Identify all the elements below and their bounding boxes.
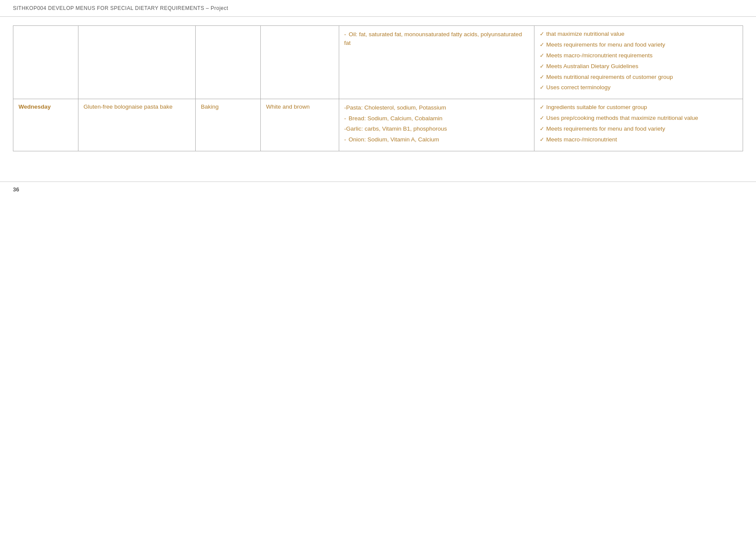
table-row: Wednesday Gluten-free bolognaise pasta b… xyxy=(13,99,743,151)
list-item: ✓ Uses correct terminology xyxy=(540,84,737,92)
check-icon: ✓ xyxy=(540,125,544,132)
nutrient-label: Oil: xyxy=(349,31,357,38)
nutrient-detail: Sodium, Vitamin A, Calcium xyxy=(367,136,439,143)
method-cell: Baking xyxy=(196,99,261,151)
header-title: SITHKOP004 DEVELOP MENUS FOR SPECIAL DIE… xyxy=(13,5,228,11)
criteria-text: Meets requirements for menu and food var… xyxy=(546,41,665,49)
criteria-text: that maximize nutritional value xyxy=(546,30,625,38)
list-item: ✓ Meets requirements for menu and food v… xyxy=(540,125,737,133)
nutrient-line: - Bread: Sodium, Calcium, Cobalamin xyxy=(344,114,529,123)
table-row: - Oil: fat, saturated fat, monounsaturat… xyxy=(13,26,743,99)
page-footer: 36 xyxy=(0,181,756,197)
nutrient-line: - Onion: Sodium, Vitamin A, Calcium xyxy=(344,135,529,144)
day-cell xyxy=(13,26,78,99)
criteria-list: ✓ Ingredients suitable for customer grou… xyxy=(540,103,737,144)
nutrient-line: -Pasta: Cholesterol, sodium, Potassium xyxy=(344,103,529,112)
check-icon: ✓ xyxy=(540,63,544,69)
nutrient-detail: Sodium, Calcium, Cobalamin xyxy=(367,115,442,122)
nutrient-line: - Oil: fat, saturated fat, monounsaturat… xyxy=(344,30,529,47)
method-label: Baking xyxy=(201,103,219,110)
nutrients-cell: - Oil: fat, saturated fat, monounsaturat… xyxy=(339,26,534,99)
content-table: - Oil: fat, saturated fat, monounsaturat… xyxy=(13,25,743,151)
list-item: ✓ Meets macro-/micronutrient xyxy=(540,136,737,144)
list-item: ✓ Meets nutritional requirements of cust… xyxy=(540,73,737,81)
check-icon: ✓ xyxy=(540,41,544,48)
list-item: ✓ Uses prep/cooking methods that maximiz… xyxy=(540,114,737,122)
list-item: ✓ that maximize nutritional value xyxy=(540,30,737,38)
day-cell: Wednesday xyxy=(13,99,78,151)
nutrient-label: -Pasta: xyxy=(344,104,363,111)
check-icon: ✓ xyxy=(540,115,544,121)
meal-cell xyxy=(78,26,195,99)
check-icon: ✓ xyxy=(540,84,544,91)
day-label: Wednesday xyxy=(19,103,51,110)
criteria-text: Meets Australian Dietary Guidelines xyxy=(546,63,638,71)
page-header: SITHKOP004 DEVELOP MENUS FOR SPECIAL DIE… xyxy=(0,0,756,17)
list-item: ✓ Meets Australian Dietary Guidelines xyxy=(540,63,737,71)
criteria-cell: ✓ that maximize nutritional value ✓ Meet… xyxy=(534,26,743,99)
criteria-text: Ingredients suitable for customer group xyxy=(546,103,647,112)
criteria-list: ✓ that maximize nutritional value ✓ Meet… xyxy=(540,30,737,92)
criteria-text: Meets requirements for menu and food var… xyxy=(546,125,665,133)
color-label: White and brown xyxy=(266,103,309,110)
list-item: ✓ Ingredients suitable for customer grou… xyxy=(540,103,737,112)
check-icon: ✓ xyxy=(540,31,544,37)
check-icon: ✓ xyxy=(540,52,544,59)
criteria-text: Meets macro-/micronutrient xyxy=(546,136,617,144)
nutrient-line: -Garlic: carbs, Vitamin B1, phosphorous xyxy=(344,125,529,133)
dash-icon: - xyxy=(344,136,348,143)
meal-label: Gluten-free bolognaise pasta bake xyxy=(84,103,172,110)
dash-icon: - xyxy=(344,31,347,38)
list-item: ✓ Meets requirements for menu and food v… xyxy=(540,41,737,49)
check-icon: ✓ xyxy=(540,104,544,110)
main-content: - Oil: fat, saturated fat, monounsaturat… xyxy=(0,25,756,169)
nutrients-cell: -Pasta: Cholesterol, sodium, Potassium -… xyxy=(339,99,534,151)
nutrient-label: -Garlic: xyxy=(344,125,363,132)
dash-icon: - xyxy=(344,115,348,122)
nutrient-detail: fat, saturated fat, monounsaturated fatt… xyxy=(344,31,522,46)
check-icon: ✓ xyxy=(540,74,544,80)
nutrient-detail: Cholesterol, sodium, Potassium xyxy=(364,104,446,111)
page-number: 36 xyxy=(13,186,19,193)
color-cell xyxy=(261,26,339,99)
criteria-text: Meets macro-/micronutrient requirements xyxy=(546,52,653,60)
check-icon: ✓ xyxy=(540,136,544,143)
meal-cell: Gluten-free bolognaise pasta bake xyxy=(78,99,195,151)
criteria-text: Meets nutritional requirements of custom… xyxy=(546,73,673,81)
color-cell: White and brown xyxy=(261,99,339,151)
nutrient-detail: carbs, Vitamin B1, phosphorous xyxy=(365,125,447,132)
criteria-cell: ✓ Ingredients suitable for customer grou… xyxy=(534,99,743,151)
list-item: ✓ Meets macro-/micronutrient requirement… xyxy=(540,52,737,60)
criteria-text: Uses correct terminology xyxy=(546,84,610,92)
nutrient-label: Bread: xyxy=(349,115,366,122)
nutrient-label: Onion: xyxy=(349,136,366,143)
method-cell xyxy=(196,26,261,99)
criteria-text: Uses prep/cooking methods that maximize … xyxy=(546,114,698,122)
